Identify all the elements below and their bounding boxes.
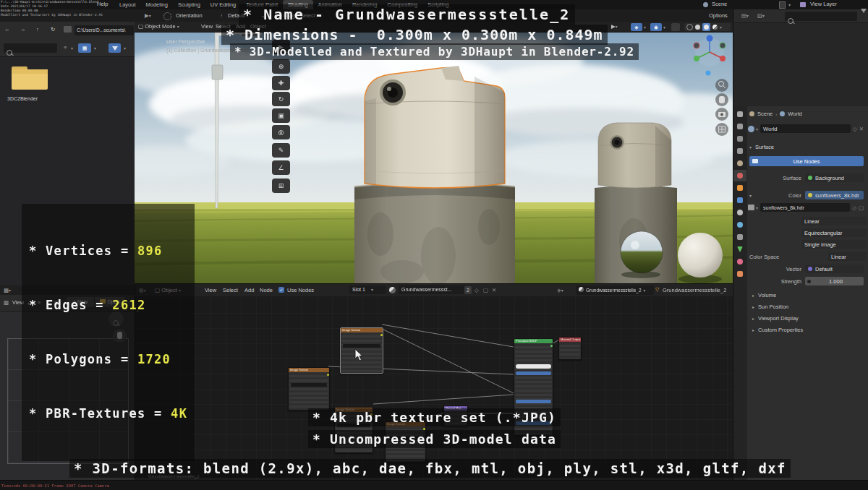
tab-modeling[interactable]: Modeling [141, 0, 173, 9]
strength-slider[interactable]: 1.000 [805, 277, 864, 285]
use-nodes-button[interactable]: Use Nodes [749, 156, 864, 166]
list-view-icon[interactable]: ≡ [64, 44, 67, 51]
material-shading-icon[interactable] [702, 23, 710, 31]
tab-uv-editing[interactable]: UV Editing [205, 0, 241, 9]
file-search-input[interactable] [4, 43, 57, 53]
properties-tab-modifiers[interactable] [733, 194, 746, 206]
proportional-edit-icon[interactable]: ◉ [650, 23, 662, 31]
up-icon[interactable]: ↑ [36, 26, 39, 33]
image-name-field[interactable]: sunflowers_8k.hdr [760, 203, 850, 212]
new-scene-icon[interactable] [779, 1, 786, 9]
new-material-icon[interactable]: ▢ [483, 287, 488, 293]
wireframe-shading-icon[interactable] [686, 24, 693, 30]
forward-icon[interactable]: → [20, 26, 26, 33]
world-name-field[interactable]: World [760, 124, 851, 133]
view-layer-selector[interactable]: View Layer [810, 1, 837, 7]
shader-menu-add[interactable]: Add [244, 287, 254, 293]
interpolation-field[interactable]: Linear [801, 217, 867, 225]
display-mode-icon[interactable]: ▤▾ [741, 12, 749, 19]
chevron-down-icon[interactable]: ▾ [788, 2, 791, 7]
sun-position-section[interactable]: ▸ Sun Position [752, 304, 788, 310]
shield-icon[interactable]: ◇ [853, 126, 857, 132]
snap-icon[interactable]: ◈▾ [557, 287, 563, 293]
folder-item[interactable]: 3DC2Blender [7, 62, 55, 107]
tool-rotate[interactable]: ↻ [272, 92, 290, 106]
chevron-down-icon[interactable]: ▾ [720, 25, 722, 30]
tool-add-cube[interactable]: ⊞ [272, 179, 290, 193]
tab-sculpting[interactable]: Sculpting [173, 0, 205, 9]
properties-tab-object[interactable] [733, 182, 746, 194]
shader-menu-node[interactable]: Node [260, 287, 273, 293]
material-users-count[interactable]: 2 [464, 286, 472, 294]
properties-tab-constraints[interactable] [733, 231, 746, 243]
properties-tab-texture[interactable] [733, 268, 746, 280]
properties-tab-data[interactable] [733, 244, 746, 255]
node-image-texture-2[interactable]: Image Texture [288, 367, 330, 411]
tool-scale[interactable]: ▣ [272, 108, 290, 123]
thumbnail-view-icon[interactable]: ▦ [78, 43, 91, 53]
scene-selector[interactable]: Scene [712, 1, 727, 7]
custom-properties-section[interactable]: ▸ Custom Properties [752, 327, 803, 333]
chevron-down-icon[interactable]: ▾ [94, 46, 96, 51]
tool-transform[interactable]: ◎ [272, 125, 290, 139]
properties-tab-material[interactable] [733, 256, 746, 267]
back-icon[interactable]: ← [4, 26, 10, 33]
colorspace-field[interactable]: Linear [828, 252, 867, 261]
viewport-display-section[interactable]: ▸ Viewport Display [752, 315, 799, 322]
filter-funnel-icon[interactable] [861, 13, 867, 26]
fake-user-shield-icon[interactable]: ◇ [475, 287, 479, 293]
refresh-icon[interactable]: ↻ [51, 26, 55, 33]
viewport-menu-view[interactable]: View [201, 23, 213, 30]
breadcrumb-material[interactable]: Grundwassermessstelle_2▾ [576, 285, 654, 295]
use-nodes-checkbox[interactable]: ✓ [278, 287, 284, 293]
rendered-shading-icon[interactable] [712, 25, 718, 30]
solid-shading-icon[interactable] [695, 25, 700, 30]
surface-value-field[interactable]: Background [805, 173, 864, 182]
surface-panel-header[interactable]: ▾ Surface [749, 144, 774, 150]
chevron-down-icon[interactable]: ▾ [663, 25, 665, 30]
orientation-globe-icon[interactable] [163, 12, 171, 20]
select-tool-icon[interactable]: ▶▾ [611, 23, 618, 30]
color-value-field[interactable]: sunflowers_8k.hdr [805, 191, 864, 199]
projection-field[interactable]: Equirectangular [801, 228, 867, 237]
chevron-down-icon[interactable]: ▾ [71, 46, 73, 51]
unlink-icon[interactable]: ✕ [492, 287, 496, 293]
breadcrumb-scene[interactable]: Scene [757, 111, 773, 117]
chevron-down-icon[interactable]: ▾ [124, 46, 126, 51]
material-name-field[interactable]: Grundwassermessst... [399, 285, 465, 294]
outliner-search-input[interactable] [785, 12, 857, 21]
volume-section[interactable]: ▸ Volume [752, 292, 776, 298]
properties-tab-physics[interactable] [733, 219, 746, 231]
node-material-output[interactable]: Material Output [558, 337, 582, 360]
tool-measure[interactable]: ∠ [272, 160, 290, 175]
unlink-icon[interactable]: ✕ [859, 126, 864, 132]
node-canvas[interactable]: › Image Texture Image Text [135, 296, 733, 481]
tab-layout[interactable]: Layout [114, 0, 141, 9]
properties-tab-world[interactable] [733, 170, 746, 181]
shield-icon[interactable]: ◇ [852, 205, 856, 211]
properties-tab-output[interactable] [733, 133, 746, 145]
new-image-icon[interactable]: ▢ [859, 205, 864, 211]
editor-type-icon[interactable]: ▩▾ [4, 287, 11, 293]
shader-menu-select[interactable]: Select [223, 287, 238, 293]
breadcrumb-world[interactable]: World [788, 111, 801, 117]
snap-magnet-icon[interactable]: ◈ [631, 23, 642, 31]
shader-menu-view[interactable]: View [205, 287, 216, 293]
tool-cursor[interactable]: ⊕ [272, 59, 290, 74]
mode-dropdown[interactable]: ▢ Object Mode ▾ [138, 23, 179, 30]
properties-tab-view-layer[interactable] [733, 145, 746, 157]
sun-position-dot[interactable] [706, 71, 711, 76]
properties-tab-scene[interactable] [733, 158, 746, 169]
path-field[interactable]: C:\Users\D...ocuments\ [75, 25, 134, 35]
vector-value-field[interactable]: Default [805, 265, 864, 273]
source-field[interactable]: Single Image [801, 240, 867, 249]
properties-tab-particles[interactable] [733, 207, 746, 218]
filter-dropdown-icon[interactable]: ▥▾ [757, 12, 765, 19]
options-dropdown[interactable]: Options [709, 12, 728, 19]
filter-icon[interactable] [109, 43, 121, 53]
cursor-tool-icon[interactable]: ▶▾ [145, 12, 151, 19]
slot-dropdown[interactable]: Slot 1▾ [349, 285, 386, 294]
tool-annotate[interactable]: ✎ [272, 143, 290, 158]
chevron-down-icon[interactable]: ▾ [644, 25, 646, 30]
pan-hand-icon[interactable] [719, 96, 725, 103]
